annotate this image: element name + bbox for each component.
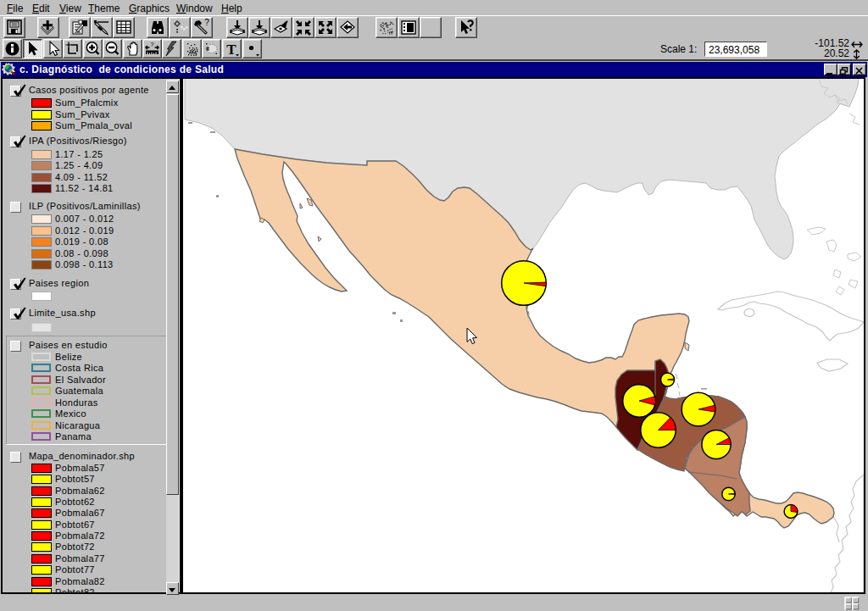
svg-text:?: ?	[150, 41, 154, 48]
svg-text:T: T	[226, 42, 236, 58]
svg-text:?: ?	[204, 19, 209, 27]
